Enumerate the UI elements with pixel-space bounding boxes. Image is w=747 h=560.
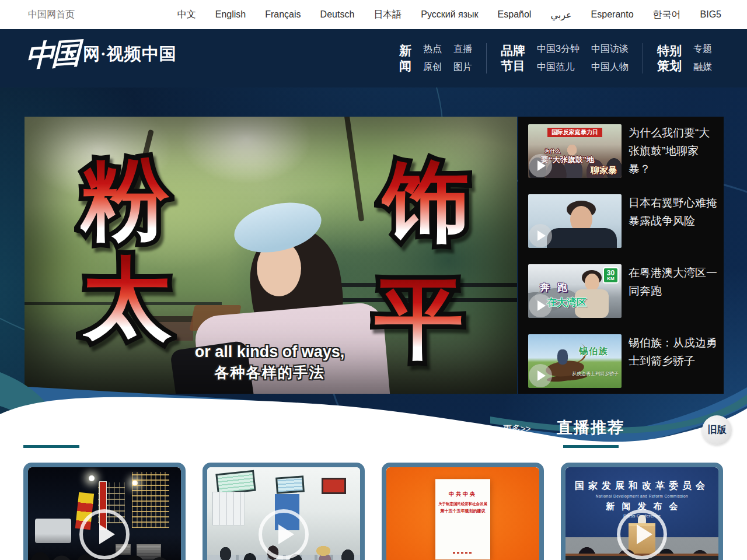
nav-link-china-people[interactable]: 中国人物 [591, 61, 629, 74]
video-card-row: 中共中央 关于制定国民经济和社会发展 第十五个五年规划的建议 国家发展和改革委员… [0, 463, 747, 560]
thumb-overlay-text: 在大湾区 [547, 296, 587, 309]
overlay-char-ping [375, 270, 474, 369]
nav-link-brand-programs[interactable]: 品牌 节目 [501, 43, 525, 74]
nav-link-china-talk[interactable]: 中国访谈 [591, 43, 629, 55]
side-video-item-3[interactable]: 30 KM 奔 跑 在大湾区 在粤港澳大湾区一同奔跑 [528, 264, 718, 318]
nav-link-china3min[interactable]: 中国3分钟 [537, 43, 580, 55]
lang-big5[interactable]: BIG5 [700, 9, 721, 20]
play-icon[interactable] [529, 294, 552, 317]
language-bar: 中文 English Français Deutsch 日本語 Русский … [177, 0, 721, 29]
video-title[interactable]: 日本右翼野心难掩 暴露战争风险 [629, 194, 718, 248]
logo-suffix: 网·视频中国 [83, 43, 177, 66]
lang-esperanto[interactable]: Esperanto [591, 9, 634, 20]
video-thumbnail[interactable]: 国际反家庭暴力日 为什么 要“大张旗鼓”地 聊家暴 [528, 124, 622, 178]
lang-arabic[interactable]: عربي [550, 9, 571, 20]
document-title-line: 第十五个五年规划的建议 [435, 508, 490, 514]
sign-km: KM [604, 276, 617, 281]
decor-streetlight [89, 475, 95, 481]
decor-kiosk [212, 492, 245, 526]
hero-section: or all kinds of ways, 各种各样的手法 国际反家庭暴力日 为… [0, 88, 747, 461]
video-card-press-conference[interactable]: 国家发展和改革委员会 National Development and Refo… [561, 463, 723, 560]
nav-divider [486, 43, 487, 74]
side-video-item-1[interactable]: 国际反家庭暴力日 为什么 要“大张旗鼓”地 聊家暴 为什么我们要“大张旗鼓”地聊… [528, 124, 718, 178]
side-video-list: 国际反家庭暴力日 为什么 要“大张旗鼓”地 聊家暴 为什么我们要“大张旗鼓”地聊… [518, 117, 724, 394]
thumb-overlay-text: 聊家暴 [591, 165, 617, 176]
heading-underline [23, 445, 79, 448]
lang-english[interactable]: English [215, 9, 246, 20]
overlay-char-fen [81, 150, 180, 250]
video-thumbnail[interactable] [528, 194, 622, 248]
nav-news-line2: 闻 [399, 58, 411, 74]
site-header: 中国 网·视频中国 新 闻 热点 原创 直播 图片 品牌 节目 中国3 [0, 29, 747, 88]
video-card-protest[interactable] [23, 463, 186, 560]
decor-screen [215, 470, 256, 495]
lang-japanese[interactable]: 日本語 [374, 9, 402, 21]
video-thumbnail: 中共中央 关于制定国民经济和社会发展 第十五个五年规划的建议 [386, 467, 539, 560]
video-title[interactable]: 在粤港澳大湾区一同奔跑 [629, 264, 718, 318]
play-icon[interactable] [617, 509, 667, 559]
play-icon[interactable] [79, 509, 130, 559]
thumb-overlay-text: 锡伯族 [579, 346, 609, 357]
video-card-plan-document[interactable]: 中共中央 关于制定国民经济和社会发展 第十五个五年规划的建议 [382, 463, 544, 560]
side-video-item-2[interactable]: 日本右翼野心难掩 暴露战争风险 [528, 194, 718, 248]
wave-decoration [0, 368, 747, 461]
document-title-line: 关于制定国民经济和社会发展 [438, 502, 488, 507]
thumb-banner: 国际反家庭暴力日 [547, 128, 602, 137]
featured-video[interactable]: or all kinds of ways, 各种各样的手法 [25, 117, 517, 394]
thumb-overlay-text: 奔 跑 [540, 281, 570, 294]
nav-link-live[interactable]: 直播 [453, 43, 472, 55]
speed-sign: 30 KM [603, 267, 619, 284]
old-version-button[interactable]: 旧版 [702, 415, 732, 445]
nav-link-chinafanr[interactable]: 中国范儿 [537, 61, 580, 74]
nav-link-pictures[interactable]: 图片 [453, 61, 472, 74]
nav-link-special-planning[interactable]: 特别 策划 [657, 43, 682, 74]
nav-group-news: 新 闻 热点 原创 直播 图片 [399, 43, 472, 74]
decor-bench [189, 305, 241, 331]
play-icon[interactable] [259, 509, 309, 559]
nav-link-original[interactable]: 原创 [423, 61, 442, 74]
video-title[interactable]: 为什么我们要“大张旗鼓”地聊家暴？ [629, 124, 718, 178]
lang-deutsch[interactable]: Deutsch [320, 9, 355, 20]
home-link[interactable]: 中国网首页 [28, 9, 75, 21]
lang-francais[interactable]: Français [265, 9, 301, 20]
logo-calligraphy: 中国 [26, 38, 83, 71]
section-heading-live: 直播推荐 [550, 417, 631, 438]
decor-person [244, 223, 349, 356]
nav-link-media[interactable]: 融媒 [693, 61, 712, 74]
overlay-char-shi [382, 153, 481, 252]
backdrop-text: National Development and Reform Commissi… [566, 494, 718, 498]
video-thumbnail [28, 467, 181, 560]
nav-special-line2: 策划 [657, 58, 682, 74]
more-link[interactable]: 更多>> [503, 424, 531, 435]
lang-russian[interactable]: Русский язык [421, 9, 478, 20]
publisher-mark [453, 552, 473, 554]
video-card-waiting-hall[interactable] [203, 463, 365, 560]
nav-link-topics[interactable]: 专题 [693, 43, 712, 55]
decor-screen [275, 475, 305, 494]
video-thumbnail[interactable]: 30 KM 奔 跑 在大湾区 [528, 264, 622, 318]
lang-espanol[interactable]: Español [498, 9, 532, 20]
lang-korean[interactable]: 한국어 [653, 9, 681, 21]
topbar: 中国网首页 中文 English Français Deutsch 日本語 Ру… [0, 0, 747, 29]
decor-building [132, 472, 169, 528]
subtitle-en: or all kinds of ways, [195, 343, 345, 361]
decor-person-cap [229, 195, 326, 260]
nav-group-brand-programs: 品牌 节目 中国3分钟 中国范儿 中国访谈 中国人物 [501, 43, 629, 74]
nav-brand-line1: 品牌 [501, 43, 525, 58]
document-cover: 中共中央 关于制定国民经济和社会发展 第十五个五年规划的建议 [435, 479, 490, 559]
site-logo[interactable]: 中国 网·视频中国 [26, 40, 177, 69]
nav-link-hot[interactable]: 热点 [423, 43, 442, 55]
play-icon[interactable] [529, 154, 552, 177]
video-thumbnail [207, 467, 360, 560]
decor-person [547, 228, 617, 248]
decor-screen [322, 478, 346, 494]
document-title-line: 中共中央 [435, 491, 490, 498]
main-nav: 新 闻 热点 原创 直播 图片 品牌 节目 中国3分钟 中国范儿 中国 [399, 29, 712, 88]
overlay-char-tai [83, 250, 182, 349]
nav-special-line1: 特别 [657, 43, 682, 58]
nav-divider [643, 43, 643, 74]
video-thumbnail: 国家发展和改革委员会 National Development and Refo… [566, 467, 718, 560]
backdrop-text: 国家发展和改革委员会 [566, 480, 718, 492]
nav-link-news[interactable]: 新 闻 [399, 43, 411, 74]
lang-zh[interactable]: 中文 [177, 9, 196, 21]
